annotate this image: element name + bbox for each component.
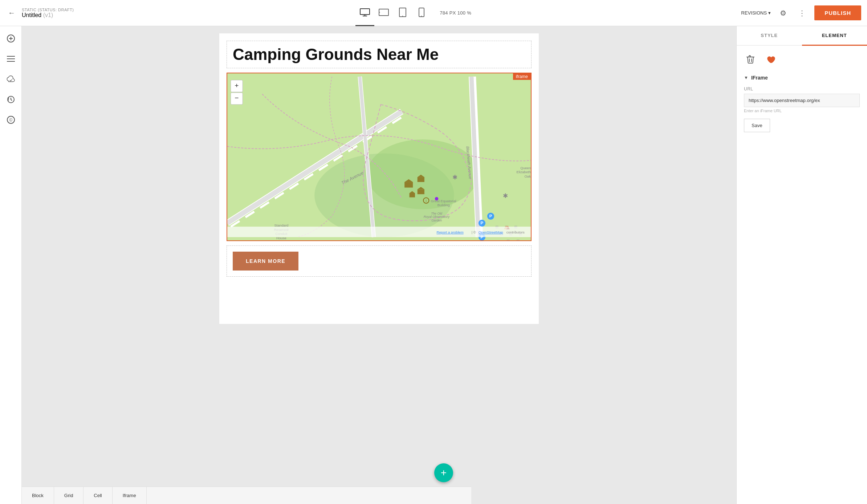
tab-element[interactable]: ELEMENT	[802, 26, 867, 46]
save-button[interactable]: Save	[744, 119, 770, 132]
site-title: Untitled (v1)	[22, 12, 74, 19]
panel-body: ▼ IFrame URL Enter an iFrame URL Save	[737, 46, 867, 504]
svg-rect-18	[410, 193, 415, 198]
url-label: URL	[744, 86, 860, 92]
svg-text:Report a problem: Report a problem	[437, 230, 464, 234]
back-button[interactable]: ←	[6, 7, 17, 19]
device-tablet-landscape-button[interactable]	[374, 0, 393, 26]
iframe-label: iframe	[513, 73, 531, 80]
bottom-tab-block[interactable]: Block	[22, 487, 54, 504]
bottom-tab-cell[interactable]: Cell	[84, 487, 112, 504]
svg-text:Royal Observatory: Royal Observatory	[424, 215, 450, 219]
map-container: i ⛺ ⊞ ⊞ ⊞ ⊞ ⊞ ⊞ ⊞ ⊞	[227, 73, 531, 240]
delete-button[interactable]	[744, 53, 757, 66]
site-info: STATIC (STATUS: DRAFT) Untitled (v1)	[22, 8, 74, 19]
site-status: STATIC (STATUS: DRAFT)	[22, 8, 74, 12]
sidebar-item-copyright[interactable]: ©	[4, 113, 17, 126]
svg-rect-3	[399, 8, 406, 17]
section-header: ▼ IFrame	[744, 75, 860, 81]
svg-point-2	[379, 12, 380, 13]
svg-rect-1	[379, 9, 388, 16]
map-svg: i ⛺ ⊞ ⊞ ⊞ ⊞ ⊞ ⊞ ⊞ ⊞	[227, 73, 531, 240]
canvas-inner: Camping Grounds Near Me iframe	[219, 33, 539, 324]
revisions-button[interactable]: REVISIONS ▾	[741, 10, 771, 16]
add-content-button[interactable]: +	[434, 463, 453, 482]
section-title: IFrame	[751, 75, 768, 81]
more-options-button[interactable]: ⋮	[795, 7, 809, 20]
iframe-block[interactable]: iframe	[227, 73, 532, 241]
publish-button[interactable]: PUBLISH	[814, 5, 861, 20]
main-layout: © Camping Grounds Near Me iframe	[0, 26, 867, 504]
bottom-tab-grid[interactable]: Grid	[54, 487, 84, 504]
device-tablet-portrait-button[interactable]	[393, 0, 412, 26]
svg-text:OpenStreetMap: OpenStreetMap	[479, 230, 503, 234]
svg-text:−: −	[235, 94, 239, 102]
device-switcher: 784 PX 100 %	[90, 0, 737, 26]
right-panel: STYLE ELEMENT ▼ IFrame	[736, 26, 867, 504]
section-arrow-icon: ▼	[744, 75, 748, 80]
svg-rect-14	[404, 182, 413, 187]
svg-text:i: i	[426, 199, 427, 203]
svg-text:Queen: Queen	[520, 166, 531, 170]
svg-text:Oak: Oak	[524, 174, 531, 178]
svg-text:contributors: contributors	[506, 230, 525, 234]
svg-text:Building: Building	[437, 203, 450, 207]
svg-point-6	[421, 16, 422, 16]
sidebar-item-add[interactable]	[4, 32, 17, 45]
svg-rect-16	[418, 177, 424, 182]
svg-text:✱: ✱	[452, 174, 457, 181]
svg-text:©: ©	[9, 118, 12, 123]
url-field-group: URL Enter an iFrame URL	[744, 86, 860, 113]
svg-text:⊞: ⊞	[506, 239, 510, 240]
sidebar-item-cloud-check[interactable]	[4, 73, 17, 86]
svg-text:+: +	[235, 82, 239, 89]
svg-rect-5	[419, 8, 424, 17]
back-icon: ←	[8, 9, 15, 17]
panel-tabs: STYLE ELEMENT	[737, 26, 867, 46]
svg-point-13	[367, 139, 478, 209]
svg-text:⊞: ⊞	[516, 239, 520, 240]
topbar-left: ← STATIC (STATUS: DRAFT) Untitled (v1)	[6, 7, 86, 19]
favorite-button[interactable]	[764, 53, 777, 66]
resolution-display: 784 PX 100 %	[440, 10, 471, 16]
svg-text:P: P	[481, 221, 484, 225]
svg-text:✱: ✱	[503, 192, 508, 199]
left-sidebar: ©	[0, 26, 22, 504]
page-title-block[interactable]: Camping Grounds Near Me	[227, 41, 532, 68]
sidebar-item-history[interactable]	[4, 93, 17, 106]
svg-text:Elizabeth: Elizabeth	[517, 170, 531, 174]
bottom-tab-iframe[interactable]: Iframe	[113, 487, 147, 504]
svg-text:The Old: The Old	[431, 212, 443, 215]
settings-button[interactable]: ⚙	[777, 7, 790, 20]
button-block[interactable]: LEARN MORE	[227, 245, 532, 277]
svg-rect-0	[360, 9, 370, 15]
url-input[interactable]	[744, 94, 860, 107]
device-desktop-button[interactable]	[355, 0, 374, 26]
sidebar-item-menu[interactable]	[4, 52, 17, 65]
canvas-area[interactable]: Camping Grounds Near Me iframe	[22, 26, 736, 504]
learn-more-button[interactable]: LEARN MORE	[233, 252, 298, 271]
bottom-tabs: Block Grid Cell Iframe	[22, 487, 471, 504]
page-title-text: Camping Grounds Near Me	[233, 45, 525, 64]
device-mobile-button[interactable]	[412, 0, 431, 26]
svg-point-4	[402, 16, 403, 16]
topbar-right: REVISIONS ▾ ⚙ ⋮ PUBLISH	[741, 5, 861, 20]
tab-style[interactable]: STYLE	[737, 26, 802, 45]
svg-text:Garden: Garden	[431, 219, 442, 222]
topbar: ← STATIC (STATUS: DRAFT) Untitled (v1) 7…	[0, 0, 867, 26]
svg-text:| ©: | ©	[472, 230, 476, 234]
svg-text:P: P	[489, 214, 492, 218]
svg-rect-20	[418, 189, 424, 194]
url-hint: Enter an iFrame URL	[744, 109, 860, 113]
svg-text:Great Equatorial: Great Equatorial	[431, 199, 456, 203]
panel-action-icons	[744, 53, 860, 66]
